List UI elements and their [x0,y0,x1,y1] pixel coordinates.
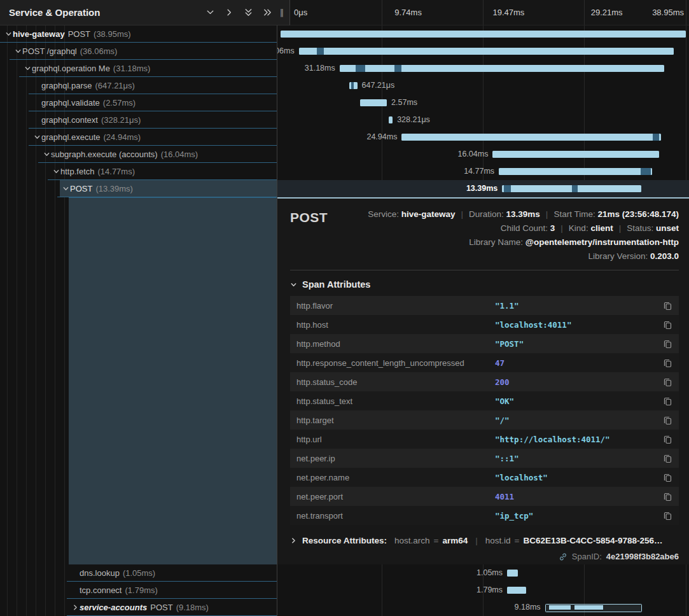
copy-icon[interactable] [663,511,672,521]
span-name-cell[interactable]: service-accountsPOST(9.18ms) [0,599,277,616]
ruler-tick: 29.21ms [591,8,623,17]
span-timeline-cell[interactable] [277,25,689,43]
span-name-cell[interactable]: dns.lookup(1.05ms) [0,564,277,582]
copy-icon[interactable] [663,320,672,330]
span-duration-label: 14.77ms [464,167,494,176]
span-timeline-cell[interactable]: 14.77ms [277,163,689,180]
span-row: graphql.context(328.21μs)328.21μs [0,111,689,129]
span-timeline-cell[interactable]: 1.79ms [277,582,689,599]
copy-icon[interactable] [663,301,672,311]
chevron-down-icon [290,281,297,288]
attribute-value: "POST" [495,339,663,349]
attribute-key: http.method [296,339,495,349]
span-bar[interactable] [389,116,393,123]
meta-line: Library Version: 0.203.0 [328,249,679,263]
copy-icon[interactable] [663,396,672,406]
span-bar-segment [317,48,324,55]
span-timeline-cell[interactable]: 328.21μs [277,111,689,129]
span-timeline-cell[interactable]: 16.04ms [277,146,689,163]
span-name-cell[interactable]: POST(13.39ms) [0,180,277,197]
span-duration: (647.21μs) [95,81,135,90]
span-bar[interactable] [299,48,674,55]
span-timeline-cell[interactable]: 2.57ms [277,94,689,111]
span-id-value: 4e21998f3b82abe6 [606,552,679,561]
meta-separator: | [619,223,622,233]
span-duration-label: 9.18ms [515,603,541,612]
collapse-span-icon[interactable] [23,65,32,72]
span-meta: Service: hive-gateway|Duration: 13.39ms|… [328,207,679,263]
span-timeline-cell[interactable]: 13.39ms [277,180,689,197]
double-chevron-down-icon[interactable] [244,8,253,17]
double-chevron-right-icon[interactable] [263,8,272,17]
span-timeline-cell[interactable]: 24.94ms [277,129,689,146]
span-name-cell[interactable]: graphql.validate(2.57ms) [0,94,277,111]
meta-label: Library Name: [469,237,523,247]
span-name-cell[interactable]: tcp.connect(1.79ms) [0,582,277,599]
panel-resize-handle[interactable]: ∥ [280,8,285,17]
resource-attributes-title: Resource Attributes: [302,536,387,545]
span-name-cell[interactable]: graphql.context(328.21μs) [0,111,277,129]
copy-icon[interactable] [663,377,672,387]
expand-span-icon[interactable] [71,604,80,611]
detail-span-title: POST [290,207,328,225]
chevron-down-icon[interactable] [205,8,215,17]
span-attributes-toggle[interactable]: Span Attributes [290,278,679,291]
attribute-row: http.target"/" [290,410,679,430]
meta-label: Start Time: [553,209,595,219]
ruler-tick: 0μs [294,8,307,17]
meta-label: Library Version: [588,251,648,261]
collapse-span-icon[interactable] [13,48,22,55]
divider [290,270,679,270]
chevron-right-icon[interactable] [225,8,234,17]
span-bar[interactable] [492,151,659,158]
span-name-cell[interactable]: hive-gatewayPOST(38.95ms) [0,25,277,43]
span-bar-segment [504,185,511,192]
span-bar[interactable] [499,168,652,175]
span-name-cell[interactable]: graphql.operation Me(31.18ms) [0,60,277,77]
attribute-value: "1.1" [495,301,663,311]
copy-icon[interactable] [663,358,672,368]
meta-label: Duration: [469,209,504,219]
copy-icon[interactable] [663,339,672,349]
span-timeline-cell[interactable]: 1.05ms [277,564,689,582]
span-bar[interactable] [340,65,664,72]
span-bar[interactable] [507,570,518,577]
collapse-span-icon[interactable] [42,151,51,158]
span-bar-segment [356,65,365,72]
span-timeline-cell[interactable]: 31.18ms [277,60,689,77]
copy-icon[interactable] [663,473,672,482]
operation-name: graphql.context [41,115,98,125]
span-name-cell[interactable]: POST /graphql(36.06ms) [0,43,277,60]
collapse-span-icon[interactable] [61,185,70,192]
collapse-span-icon[interactable] [32,134,41,141]
span-duration: (16.04ms) [161,150,198,159]
span-name-cell[interactable]: subgraph.execute (accounts)(16.04ms) [0,146,277,163]
link-icon[interactable] [559,552,567,561]
collapse-span-icon[interactable] [52,168,60,175]
span-timeline-cell[interactable]: 36.06ms [277,43,689,60]
span-row: graphql.parse(647.21μs)647.21μs [0,77,689,94]
attribute-row: http.url"http://localhost:4011/" [290,430,679,449]
span-bar[interactable] [281,31,686,38]
span-bar[interactable] [360,99,387,106]
span-name-cell[interactable]: http.fetch(14.77ms) [0,163,277,180]
copy-icon[interactable] [663,416,672,425]
collapse-span-icon[interactable] [4,31,13,38]
span-bar[interactable] [507,587,526,594]
copy-icon[interactable] [663,492,672,501]
span-bar[interactable] [401,134,661,141]
selected-span-tree-area[interactable] [0,197,277,564]
copy-icon[interactable] [663,435,672,444]
resource-attributes-row[interactable]: Resource Attributes: host.arch=arm64|hos… [290,534,679,547]
resource-equals: = [434,536,439,545]
meta-value: 3 [550,223,555,233]
attribute-row: http.response_content_length_uncompresse… [290,353,679,372]
span-name-cell[interactable]: graphql.execute(24.94ms) [0,129,277,146]
attribute-row: net.peer.name"localhost" [290,468,679,487]
span-name-cell[interactable]: graphql.parse(647.21μs) [0,77,277,94]
attribute-value: 200 [495,377,663,387]
span-bar-segment [574,605,603,610]
copy-icon[interactable] [663,454,672,463]
span-timeline-cell[interactable]: 9.18ms [277,599,689,616]
span-timeline-cell[interactable]: 647.21μs [277,77,689,94]
